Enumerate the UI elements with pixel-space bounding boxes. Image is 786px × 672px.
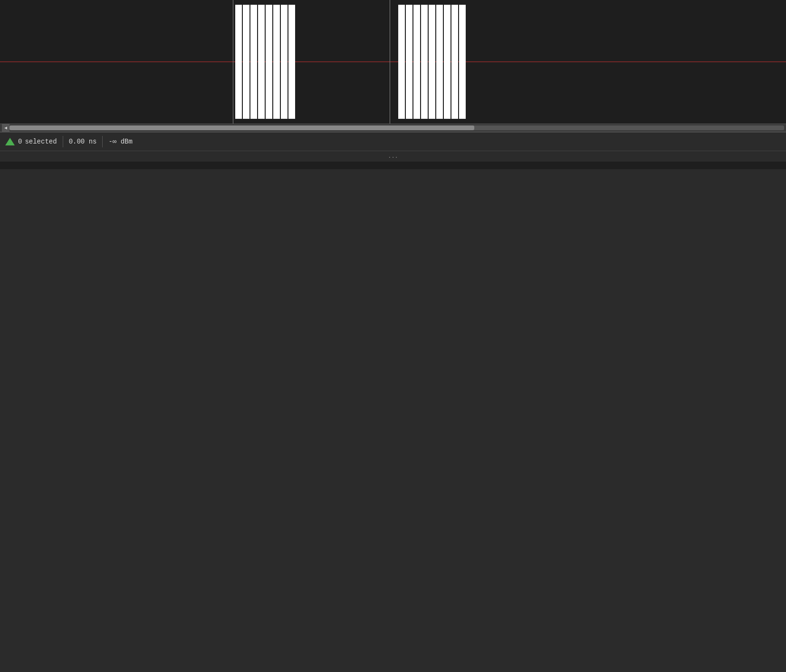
selected-label: selected xyxy=(25,138,57,145)
time-value: 0.00 ns xyxy=(69,138,97,145)
waveform-burst-1 xyxy=(235,5,295,119)
scroll-left-button[interactable]: ◀ xyxy=(2,124,10,132)
power-value: -∞ dBm xyxy=(108,138,132,145)
divider-1 xyxy=(63,136,63,147)
log-output[interactable] xyxy=(0,162,786,169)
selected-count: 0 xyxy=(18,138,22,145)
statusbar: 0 selected 0.00 ns -∞ dBm xyxy=(0,132,786,151)
arrow-up-icon xyxy=(5,136,15,147)
cursor-line-left xyxy=(233,0,233,124)
scrollbar-thumb[interactable] xyxy=(10,125,474,130)
cursor-line-right xyxy=(390,0,390,124)
waveform-burst-2 xyxy=(398,5,466,119)
scrollbar[interactable]: ◀ xyxy=(0,124,786,132)
divider-2 xyxy=(102,136,103,147)
waveform-display xyxy=(0,0,786,124)
dots-separator: ... xyxy=(0,151,786,162)
red-baseline xyxy=(0,62,786,62)
scrollbar-track[interactable] xyxy=(10,125,784,130)
